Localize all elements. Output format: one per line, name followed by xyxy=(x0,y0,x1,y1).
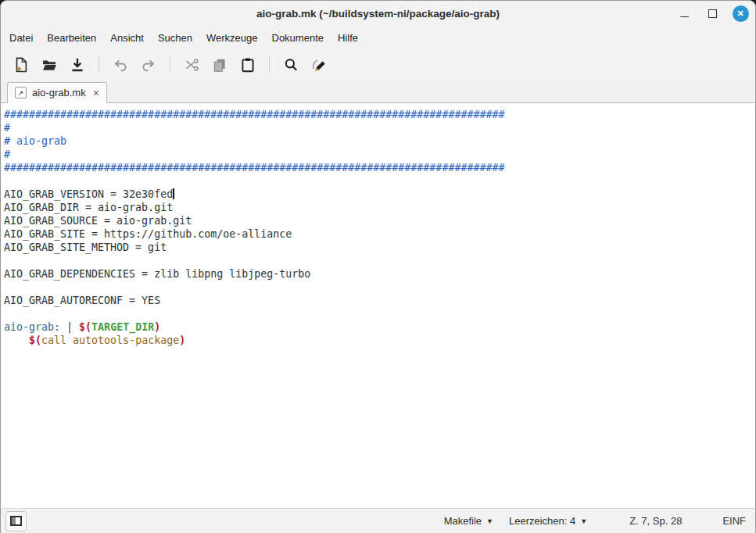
side-panel-toggle-button[interactable] xyxy=(5,511,27,531)
undo-button[interactable] xyxy=(109,53,132,77)
toolbar-separator xyxy=(269,56,270,73)
new-document-button[interactable] xyxy=(9,53,33,77)
text-cursor xyxy=(173,188,174,199)
code-line xyxy=(4,307,755,320)
open-document-icon xyxy=(41,56,58,73)
toolbar-separator xyxy=(170,56,170,73)
menu-bearbeiten[interactable]: Bearbeiten xyxy=(40,28,103,48)
code-line xyxy=(4,281,755,294)
window-controls: ✕ xyxy=(675,1,749,27)
open-document-button[interactable] xyxy=(38,53,61,77)
code-line: AIO_GRAB_AUTORECONF = YES xyxy=(4,294,755,307)
tab-label: aio-grab.mk xyxy=(32,87,86,98)
code-line: aio-grab: | $(TARGET_DIR) xyxy=(4,320,755,334)
save-icon xyxy=(69,56,86,73)
tab-bar: ↗ aio-grab.mk × xyxy=(1,80,755,103)
code-line: ########################################… xyxy=(4,108,755,121)
search-replace-button[interactable] xyxy=(307,53,331,77)
paste-icon xyxy=(239,56,256,73)
maximize-button[interactable] xyxy=(704,5,721,23)
menu-dokumente[interactable]: Dokumente xyxy=(265,28,331,48)
tab-width-selector[interactable]: Leerzeichen: 4 ▼ xyxy=(507,513,589,529)
chevron-down-icon: ▼ xyxy=(486,517,493,525)
code-line: AIO_GRAB_SITE_METHOD = git xyxy=(4,241,755,254)
code-line xyxy=(4,174,755,188)
toolbar xyxy=(1,49,755,80)
new-document-icon xyxy=(13,56,30,73)
menu-datei[interactable]: Datei xyxy=(2,28,40,48)
titlebar: aio-grab.mk (~/buildsystem-ni/package/ai… xyxy=(1,1,755,27)
cut-icon xyxy=(183,56,200,73)
insert-mode-indicator: EINF xyxy=(722,515,746,527)
menubar: DateiBearbeitenAnsichtSuchenWerkzeugeDok… xyxy=(1,27,755,49)
save-button[interactable] xyxy=(66,53,89,77)
tab-close-icon[interactable]: × xyxy=(93,88,99,98)
maximize-icon xyxy=(708,9,717,18)
minimize-button[interactable] xyxy=(675,5,693,23)
cut-button[interactable] xyxy=(180,53,203,77)
search-replace-icon xyxy=(310,56,328,73)
language-label: Makefile xyxy=(444,515,482,527)
tab-width-label: Leerzeichen: 4 xyxy=(509,515,575,527)
file-type-icon: ↗ xyxy=(15,87,27,98)
side-panel-icon xyxy=(10,516,22,526)
code-line: AIO_GRAB_DIR = aio-grab.git xyxy=(4,201,755,214)
language-selector[interactable]: Makefile ▼ xyxy=(442,513,495,529)
editor-window: aio-grab.mk (~/buildsystem-ni/package/ai… xyxy=(0,0,756,533)
code-line: AIO_GRAB_SOURCE = aio-grab.git xyxy=(4,214,755,227)
code-line: ########################################… xyxy=(4,161,755,174)
window-title: aio-grab.mk (~/buildsystem-ni/package/ai… xyxy=(256,8,500,20)
cursor-position: Z. 7, Sp. 28 xyxy=(629,515,682,527)
undo-icon xyxy=(112,56,129,73)
close-icon: ✕ xyxy=(733,5,749,22)
code-line: AIO_GRAB_DEPENDENCIES = zlib libpng libj… xyxy=(4,267,755,281)
copy-button[interactable] xyxy=(208,53,231,77)
search-button[interactable] xyxy=(279,53,303,77)
menu-werkzeuge[interactable]: Werkzeuge xyxy=(199,28,265,48)
toolbar-separator xyxy=(99,56,99,73)
chevron-down-icon: ▼ xyxy=(580,517,587,525)
code-line: # xyxy=(4,148,755,161)
redo-icon xyxy=(140,56,157,73)
code-line: # xyxy=(4,121,755,134)
statusbar: Makefile ▼ Leerzeichen: 4 ▼ Z. 7, Sp. 28… xyxy=(1,508,755,533)
tab-aio-grab-mk[interactable]: ↗ aio-grab.mk × xyxy=(7,82,107,103)
menu-hilfe[interactable]: Hilfe xyxy=(331,28,365,48)
menu-suchen[interactable]: Suchen xyxy=(151,28,199,48)
paste-button[interactable] xyxy=(236,53,260,77)
code-line: AIO_GRAB_VERSION = 32e30fed xyxy=(4,188,755,201)
copy-icon xyxy=(211,56,228,73)
code-line xyxy=(4,254,755,267)
code-line: AIO_GRAB_SITE = https://github.com/oe-al… xyxy=(4,227,755,241)
close-button[interactable]: ✕ xyxy=(732,5,749,23)
code-line: # aio-grab xyxy=(4,134,755,148)
menu-ansicht[interactable]: Ansicht xyxy=(103,28,151,48)
code-area[interactable]: ########################################… xyxy=(1,103,755,508)
search-icon xyxy=(282,56,299,73)
redo-button[interactable] xyxy=(137,53,160,77)
minimize-icon xyxy=(680,16,689,17)
statusbar-right: Makefile ▼ Leerzeichen: 4 ▼ Z. 7, Sp. 28… xyxy=(442,513,746,529)
code-line: $(call autotools-package) xyxy=(4,334,755,347)
